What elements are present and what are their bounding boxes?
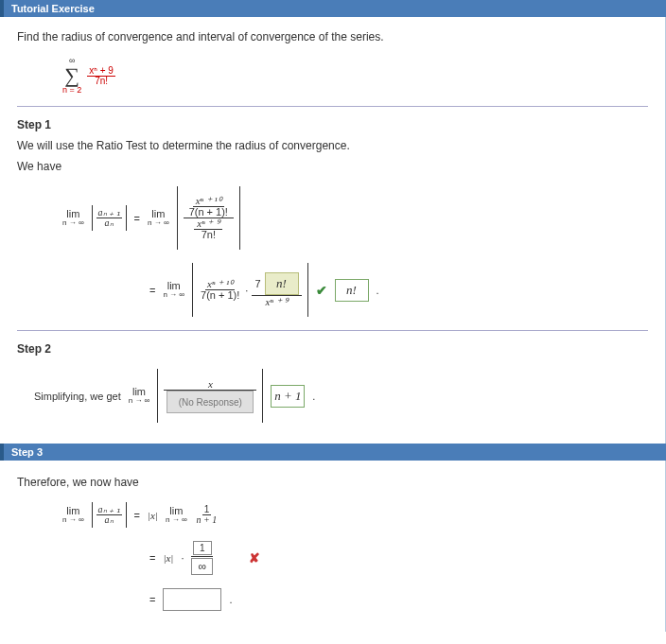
period: . <box>377 285 379 296</box>
answer-input-2[interactable]: n! <box>335 279 369 302</box>
series-fraction: xⁿ + 9 7n! <box>87 66 115 86</box>
step3-text: Therefore, we now have <box>17 476 648 489</box>
lim-symbol: lim n → ∞ <box>62 506 84 524</box>
step1-title: Step 1 <box>17 118 648 131</box>
answer-input-1[interactable]: n! <box>265 272 299 295</box>
lim-symbol: lim n → ∞ <box>163 281 184 299</box>
header-title: Tutorial Exercise <box>11 3 95 14</box>
lim-symbol: lim n → ∞ <box>62 209 84 227</box>
step1-eq-row1: lim n → ∞ aₙ ₊ ₁ aₙ = lim n → ∞ xⁿ ⁺ ¹⁰ … <box>62 186 648 250</box>
abs-compound: xⁿ ⁺ ¹⁰ 7(n + 1)! xⁿ ⁺ ⁹ 7n! <box>177 186 240 250</box>
step1-eq-row2: = lim n → ∞ xⁿ ⁺ ¹⁰ 7(n + 1)! · 7 n! xⁿ … <box>149 263 648 317</box>
prompt-text: Find the radius of convergence and inter… <box>17 30 648 44</box>
tutorial-exercise-header: Tutorial Exercise <box>0 0 666 17</box>
divider <box>17 106 648 107</box>
no-response-input[interactable]: (No Response) <box>166 391 254 413</box>
frac-top-input[interactable]: 1 <box>193 541 212 555</box>
frac-bot-input[interactable]: ∞ <box>191 558 213 575</box>
step2-title: Step 2 <box>17 342 648 356</box>
step1-line1: We will use the Ratio Test to determine … <box>17 139 648 152</box>
exercise-body: Find the radius of convergence and inter… <box>0 17 666 444</box>
abs-step2: x (No Response) <box>157 369 263 423</box>
check-icon: ✔ <box>316 283 327 298</box>
step1-line2: We have <box>17 160 648 173</box>
abs-product: xⁿ ⁺ ¹⁰ 7(n + 1)! · 7 n! xⁿ ⁺ ⁹ <box>192 263 307 317</box>
sum-lower: n = 2 <box>62 86 81 95</box>
abs-ratio: aₙ ₊ ₁ aₙ <box>92 205 127 231</box>
abs-x: |x| <box>148 510 158 521</box>
lim-symbol: lim n → ∞ <box>148 209 169 227</box>
x-icon: ✘ <box>249 550 260 566</box>
step3-eq-row3: = . <box>149 588 648 611</box>
step3-body: Therefore, we now have lim n → ∞ aₙ ₊ ₁ … <box>0 461 666 632</box>
series-den: 7n! <box>93 77 110 86</box>
equals: = <box>134 213 140 224</box>
step2-text: Simplifying, we get <box>34 391 121 402</box>
abs-ratio: aₙ ₊ ₁ aₙ <box>92 502 127 528</box>
lim-symbol: lim n → ∞ <box>166 506 187 524</box>
answer-input-4[interactable] <box>163 588 221 611</box>
series-display: ∞ ∑ n = 2 xⁿ + 9 7n! <box>62 57 648 95</box>
answer-frac-box[interactable]: 1 ∞ <box>191 541 213 575</box>
step3-header: Step 3 <box>0 444 666 461</box>
sigma-symbol: ∑ <box>64 65 79 86</box>
divider <box>17 330 648 331</box>
step3-eq-row1: lim n → ∞ aₙ ₊ ₁ aₙ = |x| lim n → ∞ 1 n … <box>62 502 648 528</box>
series-num: xⁿ + 9 <box>87 66 115 77</box>
lim-symbol: lim n → ∞ <box>129 387 150 405</box>
step2-eq-row: Simplifying, we get lim n → ∞ x (No Resp… <box>34 369 648 423</box>
step3-eq-row2: = |x| · 1 ∞ ✘ <box>149 541 648 575</box>
answer-input-3[interactable]: n + 1 <box>271 385 305 408</box>
